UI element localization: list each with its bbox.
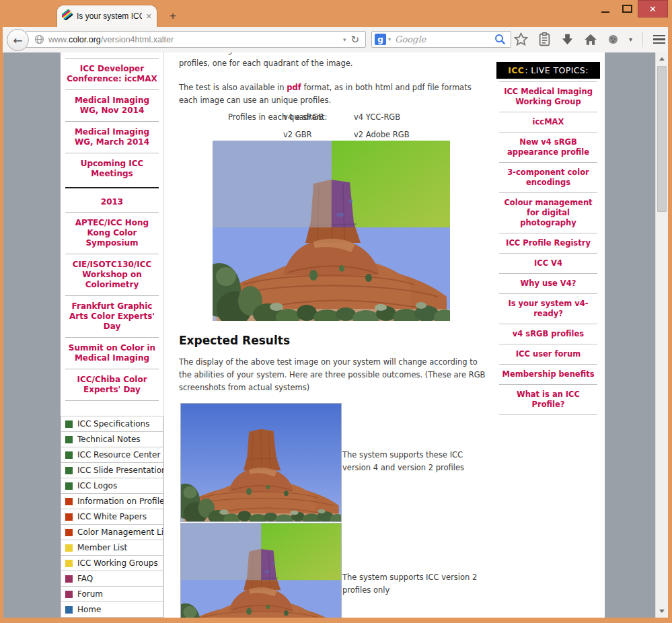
menu-item-label: Forum [77, 589, 103, 599]
live-topic-link[interactable]: iccMAX [499, 112, 597, 132]
sidebar-event-link[interactable]: Medical Imaging WG, Nov 2014 [65, 89, 159, 121]
live-topic-link[interactable]: 3-component color encodings [499, 162, 597, 192]
menu-item-label: FAQ [77, 574, 93, 583]
addon-icon[interactable] [607, 34, 619, 45]
menu-item[interactable]: ICC Specifications [61, 416, 163, 432]
live-topic-link[interactable]: Colour management for digital photograph… [499, 192, 597, 233]
live-topics-header: ICC: LIVE TOPICS: [496, 62, 600, 79]
minimize-button[interactable] [595, 0, 616, 17]
menu-item[interactable]: ICC Logos [61, 478, 163, 494]
menu-item[interactable]: Forum [61, 586, 163, 602]
url-dropdown-icon[interactable]: ▾ [343, 36, 346, 43]
menu-square-icon [65, 513, 73, 521]
menu-item[interactable]: Color Management Links [61, 524, 163, 540]
pdf-link[interactable]: pdf [287, 83, 301, 92]
result-image-v2-only [180, 523, 342, 618]
new-tab-button[interactable]: + [164, 8, 182, 24]
live-topics-links: ICC Medical Imaging Working GroupiccMAXN… [492, 81, 605, 414]
bookmark-star-icon[interactable] [514, 32, 528, 46]
url-scheme: www. [48, 35, 69, 44]
menu-square-icon [65, 420, 73, 428]
tab-favicon-icc-logo-icon [62, 9, 73, 23]
expected-results-heading: Expected Results [179, 334, 290, 347]
search-engine-caret-icon[interactable]: ▾ [388, 36, 391, 42]
home-icon[interactable] [584, 33, 597, 46]
menu-item[interactable]: Home [61, 601, 163, 618]
sidebar-event-link[interactable]: Medical Imaging WG, March 2014 [65, 121, 159, 153]
live-topic-link[interactable]: ICC V4 [499, 253, 597, 273]
browser-tab[interactable]: Is your system ICC Version ... ✕ [57, 5, 157, 27]
menu-item-label: ICC Resource Center [77, 450, 160, 460]
menu-item[interactable]: ICC Resource Center [61, 447, 163, 463]
sidebar-event-link[interactable]: CIE/ISOTC130/ICC Workshop on Colorimetry [65, 254, 159, 295]
tab-close-icon[interactable]: ✕ [146, 12, 152, 21]
live-topic-link[interactable]: What is an ICC Profile? [499, 384, 597, 414]
menu-item-label: Technical Notes [77, 435, 141, 444]
menu-square-icon [65, 575, 73, 583]
menu-item[interactable]: Information on Profiles [61, 493, 163, 509]
result-image-supported [180, 403, 342, 522]
result-caption-2: The system supports ICC version 2 profil… [342, 571, 487, 597]
minimize-icon [601, 11, 609, 13]
tab-title: Is your system ICC Version ... [77, 11, 142, 21]
maximize-button[interactable] [616, 0, 638, 17]
sidebar-event-link[interactable]: ICC Developer Conference: iccMAX [65, 58, 159, 89]
menu-item-label: Home [77, 605, 101, 614]
close-button[interactable]: ✕ [638, 0, 668, 17]
sidebar-event-link[interactable]: Frankfurt Graphic Arts Color Experts' Da… [65, 295, 159, 337]
event-links: ICC Developer Conference: iccMAXMedical … [61, 58, 163, 184]
search-engine-icon[interactable]: g [375, 34, 386, 45]
sidebar-event-link[interactable]: APTEC/ICC Hong Kong Color Symposium [65, 212, 159, 254]
live-topic-link[interactable]: ICC Medical Imaging Working Group [499, 81, 597, 112]
search-input[interactable]: g ▾ Google [371, 31, 511, 48]
test-image-quadrants [213, 141, 450, 321]
left-sidebar: ICC Developer Conference: iccMAXMedical … [61, 52, 163, 618]
live-topic-link[interactable]: ICC user forum [499, 344, 597, 364]
menu-item-label: Color Management Links [77, 527, 178, 537]
live-topic-link[interactable]: Is your system v4-ready? [499, 293, 597, 324]
menu-item[interactable]: ICC Slide Presentation [61, 462, 163, 478]
intro-line: profiles, one for each quadrant of the i… [179, 57, 352, 70]
download-arrow-icon[interactable] [561, 33, 574, 46]
profile-v2-gbr: v2 GBR [283, 129, 312, 141]
menu-square-icon [65, 498, 73, 505]
search-magnifier-icon[interactable] [494, 34, 506, 45]
intro-line-clipped: The test image below uses a mix of embed… [179, 52, 488, 57]
back-button[interactable]: ← [7, 29, 29, 51]
scroll-up-button[interactable] [656, 53, 668, 65]
url-bar[interactable]: www.color.org/version4html.xalter ▾ ↻ [26, 31, 366, 48]
live-topic-link[interactable]: ICC Profile Registry [499, 233, 597, 253]
search-placeholder: Google [395, 34, 494, 44]
reload-icon[interactable]: ↻ [350, 34, 359, 46]
sidebar-event-link[interactable]: Upcoming ICC Meetings [65, 153, 159, 184]
menu-item-label: ICC Slide Presentation [77, 466, 167, 475]
scroll-down-button[interactable] [656, 606, 668, 617]
menu-item[interactable]: ICC White Papers [61, 509, 163, 525]
profile-v4-yccrgb: v4 YCC-RGB [354, 111, 400, 124]
event-links-2013: APTEC/ICC Hong Kong Color SymposiumCIE/I… [61, 212, 163, 400]
menu-item[interactable]: Technical Notes [61, 431, 163, 447]
menu-item[interactable]: FAQ [61, 571, 163, 587]
live-topic-link[interactable]: Membership benefits [499, 364, 597, 384]
menu-item-label: ICC Working Groups [77, 558, 158, 568]
window-titlebar: Is your system ICC Version ... ✕ + ✕ [0, 0, 672, 27]
menu-square-icon [65, 606, 73, 614]
live-topic-link[interactable]: Why use V4? [499, 273, 597, 293]
menu-item[interactable]: Member List [61, 540, 163, 556]
hamburger-icon[interactable] [653, 35, 665, 44]
page-viewport: ICC Developer Conference: iccMAXMedical … [3, 52, 668, 618]
menu-item[interactable]: ICC Working Groups [61, 555, 163, 571]
overflow-caret-icon[interactable]: ▾ [629, 36, 632, 43]
scroll-up-icon [659, 57, 665, 61]
vertical-scrollbar[interactable] [655, 52, 668, 618]
menu-square-icon [65, 467, 73, 474]
live-topics-sidebar: ICC: LIVE TOPICS: ICC Medical Imaging Wo… [492, 52, 605, 618]
live-topic-link[interactable]: New v4 sRGB appearance profile [499, 132, 597, 162]
result-caption-1: The system supports these ICC version 4 … [342, 449, 487, 474]
live-topic-link[interactable]: v4 sRGB profiles [499, 324, 597, 344]
bookmarks-clipboard-icon[interactable] [538, 32, 551, 46]
sidebar-event-link[interactable]: ICC/Chiba Color Experts' Day [65, 369, 159, 400]
profile-v4-esrgb: v4 e-sRGB [283, 111, 324, 124]
scrollbar-thumb[interactable] [657, 66, 667, 212]
sidebar-event-link[interactable]: Summit on Color in Medical Imaging [65, 337, 159, 369]
